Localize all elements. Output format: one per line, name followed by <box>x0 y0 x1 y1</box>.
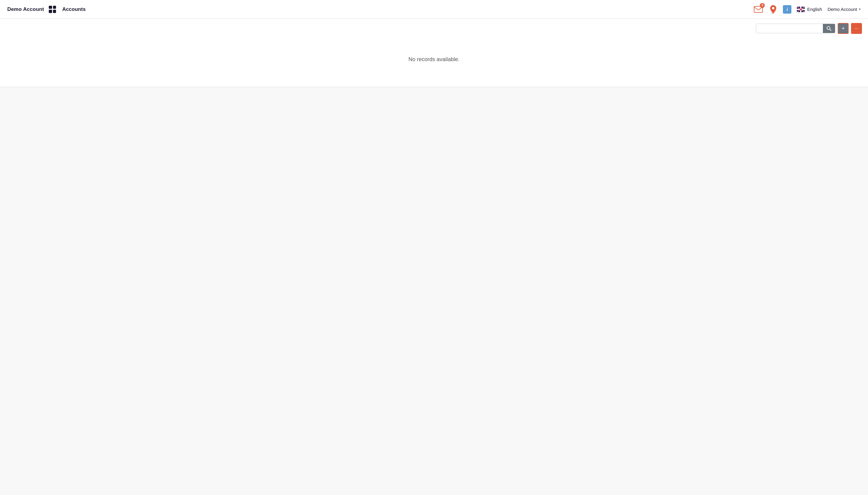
language-selector[interactable]: English <box>797 7 822 12</box>
account-dropdown[interactable]: Demo Account ▾ <box>828 7 861 12</box>
add-button[interactable]: + <box>838 23 849 34</box>
mail-badge: 0 <box>760 3 765 8</box>
empty-state: No records available. <box>0 38 868 87</box>
content-area: + ··· No records available. <box>0 19 868 87</box>
app-grid-icon[interactable] <box>49 6 56 13</box>
navbar: Demo Account Accounts 0 <box>0 0 868 19</box>
empty-message: No records available. <box>408 56 459 62</box>
language-label: English <box>807 7 822 12</box>
navbar-left: Demo Account Accounts <box>7 6 753 13</box>
chevron-down-icon: ▾ <box>859 7 861 11</box>
brand-name[interactable]: Demo Account <box>7 6 44 12</box>
more-icon: ··· <box>854 26 858 31</box>
info-button[interactable]: i <box>783 5 791 14</box>
svg-line-4 <box>830 29 831 31</box>
toolbar: + ··· <box>0 19 868 38</box>
page-title: Accounts <box>62 6 85 12</box>
info-icon: i <box>783 5 791 14</box>
search-wrap <box>756 23 835 33</box>
navbar-right: 0 i English Demo Account ▾ <box>753 4 861 15</box>
search-input[interactable] <box>756 24 823 33</box>
uk-flag-icon <box>797 7 805 12</box>
map-pin-button[interactable] <box>769 4 777 14</box>
more-options-button[interactable]: ··· <box>851 23 862 34</box>
map-pin-icon <box>769 4 777 14</box>
add-icon: + <box>842 26 845 31</box>
account-name: Demo Account <box>828 7 857 12</box>
svg-point-1 <box>772 7 774 10</box>
search-button[interactable] <box>823 24 835 33</box>
mail-button[interactable]: 0 <box>753 4 764 15</box>
search-icon <box>826 26 831 31</box>
svg-point-2 <box>770 13 774 14</box>
